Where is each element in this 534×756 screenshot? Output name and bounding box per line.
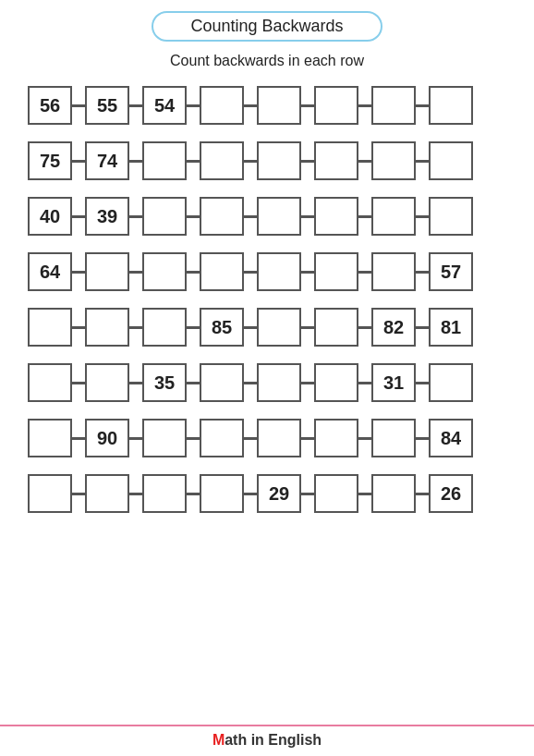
connector [358, 271, 371, 274]
connector [129, 215, 142, 218]
connector [129, 493, 142, 495]
cell [28, 363, 72, 402]
connector [72, 160, 85, 163]
footer-line [0, 725, 534, 726]
brand-m: M [212, 732, 225, 748]
cell: 29 [257, 474, 301, 513]
cell [371, 197, 416, 236]
connector [187, 215, 200, 218]
cell [142, 308, 187, 347]
connector [416, 271, 429, 274]
cell [371, 141, 416, 180]
connector [129, 326, 142, 329]
cell [85, 308, 129, 347]
cell: 55 [85, 86, 129, 125]
connector [416, 437, 429, 440]
connector [129, 437, 142, 440]
connector [244, 437, 257, 440]
cell: 82 [371, 308, 416, 347]
cell [200, 363, 244, 402]
connector [244, 215, 257, 218]
connector [301, 493, 314, 495]
connector [244, 326, 257, 329]
cell [200, 141, 244, 180]
connector [358, 215, 371, 218]
cell: 84 [429, 419, 473, 457]
connector [187, 382, 200, 384]
cell [429, 363, 473, 402]
cell [85, 252, 129, 291]
cell [314, 363, 358, 402]
connector [129, 271, 142, 274]
cell: 26 [429, 474, 473, 513]
connector [244, 160, 257, 163]
cell: 64 [28, 252, 72, 291]
cell [257, 252, 301, 291]
number-row: 9084 [28, 419, 506, 457]
cell [200, 419, 244, 457]
connector [416, 382, 429, 384]
connector [416, 215, 429, 218]
cell [257, 308, 301, 347]
number-row: 7574 [28, 141, 506, 180]
brand-rest: ath in English [225, 732, 322, 748]
connector [244, 271, 257, 274]
connector [72, 493, 85, 495]
cell [371, 474, 416, 513]
cell [314, 308, 358, 347]
connector [72, 382, 85, 384]
connector [72, 104, 85, 107]
connector [187, 493, 200, 495]
number-row: 565554 [28, 86, 506, 125]
cell [200, 197, 244, 236]
cell [28, 419, 72, 457]
connector [358, 104, 371, 107]
connector [244, 493, 257, 495]
connector [358, 493, 371, 495]
connector [416, 493, 429, 495]
cell [314, 252, 358, 291]
cell [371, 252, 416, 291]
cell [257, 86, 301, 125]
number-row: 4039 [28, 197, 506, 236]
cell [142, 474, 187, 513]
cell [28, 308, 72, 347]
cell [257, 197, 301, 236]
connector [72, 326, 85, 329]
connector [301, 215, 314, 218]
connector [187, 326, 200, 329]
cell [314, 474, 358, 513]
cell [371, 419, 416, 457]
cell [257, 141, 301, 180]
cell [85, 474, 129, 513]
cell: 35 [142, 363, 187, 402]
footer-brand: Math in English [0, 732, 534, 749]
cell [257, 419, 301, 457]
number-row: 2926 [28, 474, 506, 513]
connector [187, 160, 200, 163]
cell [142, 197, 187, 236]
cell [429, 197, 473, 236]
cell [85, 363, 129, 402]
cell: 81 [429, 308, 473, 347]
connector [416, 104, 429, 107]
connector [301, 437, 314, 440]
connector [358, 326, 371, 329]
cell: 74 [85, 141, 129, 180]
connector [244, 382, 257, 384]
cell [429, 141, 473, 180]
connector [72, 215, 85, 218]
connector [129, 382, 142, 384]
cell [200, 86, 244, 125]
connector [187, 104, 200, 107]
number-row: 3531 [28, 363, 506, 402]
cell [314, 141, 358, 180]
number-row: 6457 [28, 252, 506, 291]
subtitle: Count backwards in each row [0, 53, 534, 69]
connector [72, 271, 85, 274]
connector [72, 437, 85, 440]
connector [187, 437, 200, 440]
cell: 54 [142, 86, 187, 125]
cell: 85 [200, 308, 244, 347]
cell: 56 [28, 86, 72, 125]
